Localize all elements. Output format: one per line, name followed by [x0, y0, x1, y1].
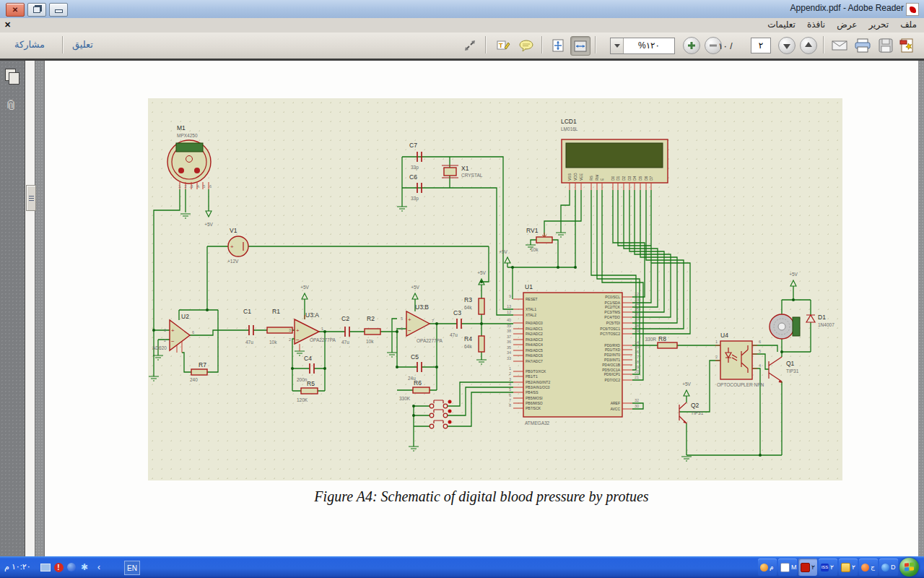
c6-ref: C6 — [409, 173, 417, 181]
toolbar-divider — [485, 36, 486, 53]
close-button[interactable]: ✕ — [6, 3, 25, 17]
r6-ref: R6 — [414, 379, 422, 387]
u4-part: OPTOCOUPLER NPN — [717, 382, 764, 387]
restore-button[interactable] — [27, 3, 46, 17]
display-tray-icon[interactable] — [40, 562, 51, 572]
page-thumbnails-button[interactable] — [4, 68, 20, 85]
u1-pin-num: 27 — [635, 318, 639, 322]
taskbar-app-adobe-reader[interactable]: ٢ — [798, 558, 817, 576]
u2-instrumentation-amp: + − U2 AD620 3 2 6 — [152, 313, 194, 353]
rv1-ref: RV1 — [526, 227, 539, 234]
u1-pin: PB5/MOSI — [526, 396, 543, 400]
u1-pin-num: 35 — [507, 345, 511, 350]
print-button[interactable] — [853, 37, 872, 54]
u1-pin-num: 8 — [509, 403, 511, 407]
u1-pin: PC7/TOSC2 — [600, 332, 620, 336]
snowflake-tray-icon[interactable]: ✱ — [79, 562, 90, 572]
u1-pin: PC4/TDO — [604, 315, 620, 319]
taskbar-app-folder[interactable]: ٢ — [839, 558, 858, 576]
save-button[interactable] — [876, 37, 895, 54]
task-label: ج — [871, 564, 875, 571]
r6-value: 330K — [399, 396, 411, 401]
r2-resistor: R2 10k — [365, 315, 380, 344]
r8-resistor: 330R R8 — [645, 335, 677, 348]
u2-ref: U2 — [181, 313, 189, 320]
taskbar-app-d[interactable]: D — [879, 558, 898, 576]
lcd-pin-d0: D0 — [611, 176, 615, 181]
junction-dots — [152, 266, 795, 457]
u1-pin-num: 21 — [635, 375, 639, 379]
c5-ref: C5 — [411, 353, 419, 361]
u1-pin-num: 17 — [635, 355, 639, 359]
taskbar-app-word[interactable]: M — [778, 558, 797, 576]
u1-pin: PD4/OC1B — [602, 363, 620, 367]
schematic-svg: +5V +5V +5V +5V +5V +5V +5V — [148, 98, 842, 480]
attachments-button[interactable]: 📎︎ — [4, 98, 20, 116]
bluetooth-tray-icon[interactable] — [66, 562, 77, 572]
fit-page-button[interactable] — [549, 36, 567, 54]
u3b-pin-plus: 5 — [401, 316, 403, 321]
diagonal-arrows-icon — [463, 39, 476, 52]
share-button[interactable]: مشاركة — [14, 39, 45, 50]
svg-text:−: − — [408, 327, 411, 334]
u2-pin-minus: 2 — [164, 338, 166, 342]
u1-pin-num: 25 — [635, 307, 639, 311]
u2-pin-plus: 3 — [164, 328, 166, 332]
previous-page-button[interactable] — [800, 37, 817, 54]
sticky-note-button[interactable] — [517, 36, 536, 54]
actual-size-button[interactable] — [461, 36, 479, 54]
panel-splitter[interactable] — [25, 61, 35, 556]
q1-part: TIP31 — [786, 368, 799, 374]
u1-pin-num: 18 — [635, 360, 639, 364]
open-file-button[interactable] — [898, 37, 917, 54]
u1-pin: PC6/TOSC1 — [600, 327, 620, 331]
highlight-text-button[interactable]: T — [494, 36, 513, 54]
u1-pin: PA1/ADC1 — [526, 327, 543, 331]
m1-pin-numbers: 1 2 3 4 5 6 — [178, 184, 212, 189]
menu-view[interactable]: عرض — [837, 20, 857, 30]
c1-ref: C1 — [243, 308, 251, 315]
alert-tray-icon[interactable]: ! — [53, 562, 64, 572]
svg-text:−: − — [296, 337, 300, 343]
u1-pin-num: 22 — [635, 292, 639, 296]
c7-ref: C7 — [409, 142, 417, 149]
comment-button[interactable]: تعليق — [72, 39, 93, 50]
c3-value: 47u — [450, 332, 458, 337]
start-button[interactable] — [899, 558, 919, 577]
toolbar-divider — [541, 36, 542, 53]
q1-transistor: Q1 TIP31 — [769, 357, 799, 383]
zoom-dropdown-button[interactable] — [611, 38, 624, 53]
title-bar: ✕ Appendix.pdf - Adobe Reader — [0, 0, 924, 19]
menu-window[interactable]: نافذة — [807, 20, 825, 30]
taskbar-app-iss[interactable]: ISS ٢ — [819, 558, 837, 576]
u1-pin: PA2/ADC2 — [526, 332, 543, 336]
email-button[interactable] — [830, 37, 849, 54]
taskbar-app-picasa[interactable]: م — [758, 558, 777, 576]
m1-vcc-label: +5V — [204, 222, 213, 227]
zoom-in-button[interactable] — [683, 37, 700, 54]
v1-ref: V1 — [230, 227, 237, 234]
language-indicator[interactable]: EN — [124, 561, 140, 575]
u1-pin-num: 3 — [509, 377, 511, 381]
u1-pin-num: 4 — [509, 382, 511, 387]
u1-pin: PA3/ADC3 — [526, 337, 543, 342]
minimize-button[interactable] — [49, 3, 68, 17]
c6-value: 33p — [411, 196, 419, 202]
tray-expand-chevron[interactable]: ‹ — [94, 562, 104, 572]
page-number-input[interactable] — [751, 38, 771, 53]
u1-pin-num: 24 — [635, 302, 639, 306]
arrow-up-icon — [804, 41, 813, 50]
close-document-icon[interactable]: ✕ — [4, 20, 11, 30]
splitter-handle[interactable] — [26, 185, 36, 211]
svg-text:T: T — [499, 42, 503, 49]
taskbar-app-firefox[interactable]: ج — [859, 558, 878, 576]
r4-resistor: R4 64k — [464, 335, 484, 352]
menu-help[interactable]: تعليمات — [767, 20, 796, 30]
zoom-combo[interactable]: %١٢٠ — [610, 38, 675, 54]
next-page-button[interactable] — [778, 37, 796, 54]
restore-icon — [33, 7, 40, 13]
fit-width-button[interactable] — [570, 36, 590, 56]
menu-edit[interactable]: تحرير — [869, 20, 889, 30]
u1-pin: PC3/TMS — [604, 310, 620, 314]
menu-file[interactable]: ملف — [900, 20, 917, 30]
